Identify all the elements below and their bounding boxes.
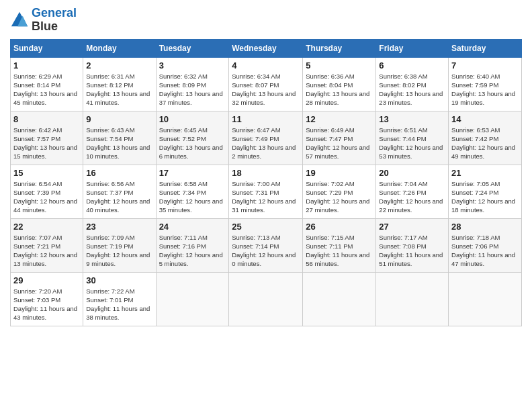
- calendar-cell: 18 Sunrise: 7:00 AM Sunset: 7:31 PM Dayl…: [229, 165, 303, 218]
- day-number: 30: [86, 275, 152, 285]
- weekday-header: Tuesday: [156, 39, 229, 57]
- day-info: Sunrise: 7:20 AM Sunset: 7:03 PM Dayligh…: [13, 287, 80, 322]
- calendar-week-row: 15 Sunrise: 6:54 AM Sunset: 7:39 PM Dayl…: [11, 165, 522, 218]
- day-info: Sunrise: 6:53 AM Sunset: 7:42 PM Dayligh…: [451, 126, 519, 161]
- day-info: Sunrise: 7:07 AM Sunset: 7:21 PM Dayligh…: [13, 233, 80, 269]
- calendar-cell: 27 Sunrise: 7:17 AM Sunset: 7:08 PM Dayl…: [376, 218, 449, 272]
- calendar-cell: 1 Sunrise: 6:29 AM Sunset: 8:14 PM Dayli…: [11, 57, 83, 111]
- calendar-cell: 23 Sunrise: 7:09 AM Sunset: 7:19 PM Dayl…: [83, 218, 156, 272]
- day-info: Sunrise: 6:29 AM Sunset: 8:14 PM Dayligh…: [13, 72, 80, 107]
- day-number: 21: [451, 168, 519, 178]
- header: GeneralBlue: [10, 7, 522, 34]
- day-number: 7: [451, 60, 519, 71]
- calendar-cell: [376, 272, 449, 326]
- day-number: 2: [86, 60, 152, 71]
- day-info: Sunrise: 7:11 AM Sunset: 7:16 PM Dayligh…: [159, 233, 226, 269]
- calendar-cell: 15 Sunrise: 6:54 AM Sunset: 7:39 PM Dayl…: [11, 165, 83, 218]
- calendar-cell: [229, 272, 303, 326]
- calendar-cell: 29 Sunrise: 7:20 AM Sunset: 7:03 PM Dayl…: [11, 272, 83, 326]
- calendar-cell: 22 Sunrise: 7:07 AM Sunset: 7:21 PM Dayl…: [11, 218, 83, 272]
- calendar-cell: 5 Sunrise: 6:36 AM Sunset: 8:04 PM Dayli…: [303, 57, 376, 111]
- calendar-cell: 3 Sunrise: 6:32 AM Sunset: 8:09 PM Dayli…: [156, 57, 229, 111]
- day-number: 5: [306, 60, 373, 71]
- calendar-cell: [156, 272, 229, 326]
- calendar-week-row: 8 Sunrise: 6:42 AM Sunset: 7:57 PM Dayli…: [11, 111, 522, 165]
- day-number: 11: [232, 114, 300, 124]
- calendar-cell: 10 Sunrise: 6:45 AM Sunset: 7:52 PM Dayl…: [156, 111, 229, 165]
- calendar-cell: 9 Sunrise: 6:43 AM Sunset: 7:54 PM Dayli…: [83, 111, 156, 165]
- day-info: Sunrise: 6:54 AM Sunset: 7:39 PM Dayligh…: [13, 179, 80, 215]
- day-number: 23: [86, 222, 152, 232]
- logo-text: GeneralBlue: [32, 7, 77, 34]
- day-number: 8: [13, 114, 80, 124]
- weekday-header: Saturday: [449, 39, 522, 57]
- day-info: Sunrise: 6:47 AM Sunset: 7:49 PM Dayligh…: [232, 126, 300, 161]
- calendar-cell: 7 Sunrise: 6:40 AM Sunset: 7:59 PM Dayli…: [449, 57, 522, 111]
- calendar-cell: 17 Sunrise: 6:58 AM Sunset: 7:34 PM Dayl…: [156, 165, 229, 218]
- weekday-header: Thursday: [303, 39, 376, 57]
- calendar-cell: 6 Sunrise: 6:38 AM Sunset: 8:02 PM Dayli…: [376, 57, 449, 111]
- day-info: Sunrise: 6:58 AM Sunset: 7:34 PM Dayligh…: [159, 179, 226, 215]
- calendar-table: SundayMondayTuesdayWednesdayThursdayFrid…: [10, 39, 522, 326]
- day-number: 17: [159, 168, 226, 178]
- day-number: 4: [232, 60, 300, 71]
- day-info: Sunrise: 7:22 AM Sunset: 7:01 PM Dayligh…: [86, 287, 152, 322]
- calendar-cell: 13 Sunrise: 6:51 AM Sunset: 7:44 PM Dayl…: [376, 111, 449, 165]
- day-number: 15: [13, 168, 80, 178]
- day-info: Sunrise: 7:02 AM Sunset: 7:29 PM Dayligh…: [306, 179, 373, 215]
- day-number: 27: [379, 222, 445, 232]
- day-info: Sunrise: 7:13 AM Sunset: 7:14 PM Dayligh…: [232, 233, 300, 269]
- day-info: Sunrise: 6:42 AM Sunset: 7:57 PM Dayligh…: [13, 126, 80, 161]
- day-number: 19: [306, 168, 373, 178]
- calendar-cell: 11 Sunrise: 6:47 AM Sunset: 7:49 PM Dayl…: [229, 111, 303, 165]
- logo: GeneralBlue: [10, 7, 77, 34]
- calendar-header-row: SundayMondayTuesdayWednesdayThursdayFrid…: [11, 39, 522, 57]
- day-info: Sunrise: 7:00 AM Sunset: 7:31 PM Dayligh…: [232, 179, 300, 215]
- calendar-cell: 19 Sunrise: 7:02 AM Sunset: 7:29 PM Dayl…: [303, 165, 376, 218]
- calendar-cell: [449, 272, 522, 326]
- calendar-week-row: 22 Sunrise: 7:07 AM Sunset: 7:21 PM Dayl…: [11, 218, 522, 272]
- weekday-header: Monday: [83, 39, 156, 57]
- day-info: Sunrise: 6:56 AM Sunset: 7:37 PM Dayligh…: [86, 179, 152, 215]
- calendar-cell: 26 Sunrise: 7:15 AM Sunset: 7:11 PM Dayl…: [303, 218, 376, 272]
- day-info: Sunrise: 6:43 AM Sunset: 7:54 PM Dayligh…: [86, 126, 152, 161]
- day-info: Sunrise: 6:40 AM Sunset: 7:59 PM Dayligh…: [451, 72, 519, 107]
- calendar-cell: 16 Sunrise: 6:56 AM Sunset: 7:37 PM Dayl…: [83, 165, 156, 218]
- calendar-cell: 8 Sunrise: 6:42 AM Sunset: 7:57 PM Dayli…: [11, 111, 83, 165]
- day-number: 10: [159, 114, 226, 124]
- day-info: Sunrise: 6:49 AM Sunset: 7:47 PM Dayligh…: [306, 126, 373, 161]
- day-number: 9: [86, 114, 152, 124]
- calendar-cell: 20 Sunrise: 7:04 AM Sunset: 7:26 PM Dayl…: [376, 165, 449, 218]
- day-info: Sunrise: 7:17 AM Sunset: 7:08 PM Dayligh…: [379, 233, 445, 269]
- weekday-header: Friday: [376, 39, 449, 57]
- day-info: Sunrise: 6:36 AM Sunset: 8:04 PM Dayligh…: [306, 72, 373, 107]
- day-number: 13: [379, 114, 445, 124]
- day-info: Sunrise: 6:38 AM Sunset: 8:02 PM Dayligh…: [379, 72, 445, 107]
- day-info: Sunrise: 6:51 AM Sunset: 7:44 PM Dayligh…: [379, 126, 445, 161]
- calendar-cell: 12 Sunrise: 6:49 AM Sunset: 7:47 PM Dayl…: [303, 111, 376, 165]
- day-number: 14: [451, 114, 519, 124]
- calendar-body: 1 Sunrise: 6:29 AM Sunset: 8:14 PM Dayli…: [11, 57, 522, 326]
- day-info: Sunrise: 6:31 AM Sunset: 8:12 PM Dayligh…: [86, 72, 152, 107]
- calendar-cell: 24 Sunrise: 7:11 AM Sunset: 7:16 PM Dayl…: [156, 218, 229, 272]
- calendar-cell: 4 Sunrise: 6:34 AM Sunset: 8:07 PM Dayli…: [229, 57, 303, 111]
- calendar-week-row: 1 Sunrise: 6:29 AM Sunset: 8:14 PM Dayli…: [11, 57, 522, 111]
- day-number: 20: [379, 168, 445, 178]
- day-number: 3: [159, 60, 226, 71]
- calendar-cell: 14 Sunrise: 6:53 AM Sunset: 7:42 PM Dayl…: [449, 111, 522, 165]
- day-number: 6: [379, 60, 445, 71]
- day-number: 24: [159, 222, 226, 232]
- weekday-header: Sunday: [11, 39, 83, 57]
- day-number: 18: [232, 168, 300, 178]
- day-number: 28: [451, 222, 519, 232]
- day-info: Sunrise: 7:05 AM Sunset: 7:24 PM Dayligh…: [451, 179, 519, 215]
- day-info: Sunrise: 7:18 AM Sunset: 7:06 PM Dayligh…: [451, 233, 519, 269]
- day-info: Sunrise: 6:34 AM Sunset: 8:07 PM Dayligh…: [232, 72, 300, 107]
- weekday-header: Wednesday: [229, 39, 303, 57]
- day-number: 25: [232, 222, 300, 232]
- day-number: 1: [13, 60, 80, 71]
- calendar-cell: 25 Sunrise: 7:13 AM Sunset: 7:14 PM Dayl…: [229, 218, 303, 272]
- day-number: 29: [13, 275, 80, 285]
- day-info: Sunrise: 6:45 AM Sunset: 7:52 PM Dayligh…: [159, 126, 226, 161]
- calendar-cell: 30 Sunrise: 7:22 AM Sunset: 7:01 PM Dayl…: [83, 272, 156, 326]
